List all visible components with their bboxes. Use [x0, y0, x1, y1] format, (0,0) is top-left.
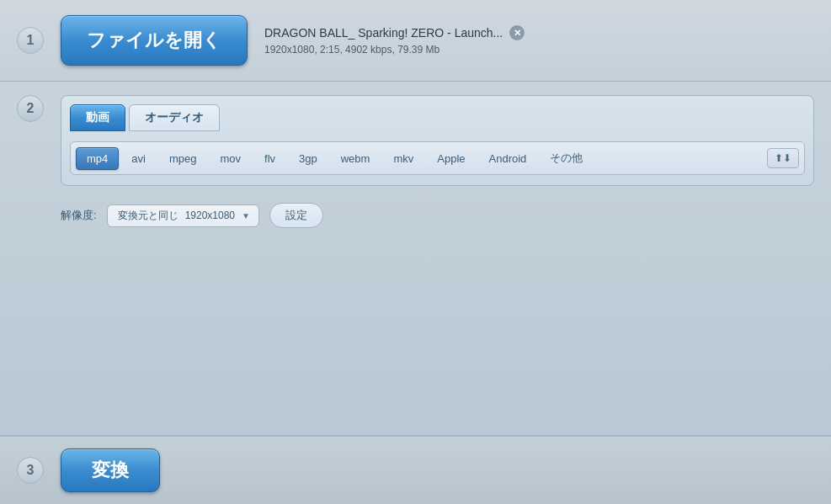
format-tab-other[interactable]: その他: [539, 146, 594, 171]
file-info: DRAGON BALL_ Sparking! ZERO - Launch... …: [264, 25, 525, 56]
format-tab-webm[interactable]: webm: [330, 147, 381, 170]
file-name: DRAGON BALL_ Sparking! ZERO - Launch...: [264, 26, 503, 40]
settings-button[interactable]: 設定: [269, 203, 323, 228]
format-tabs: mp4 avi mpeg mov flv 3gp webm mkv Apple …: [70, 141, 805, 175]
section-3: 3 変換: [0, 436, 831, 504]
tab-audio[interactable]: オーディオ: [129, 104, 220, 131]
chevron-down-icon: ▼: [242, 211, 250, 220]
file-meta: 1920x1080, 2:15, 4902 kbps, 79.39 Mb: [264, 44, 525, 56]
main-tabs: 動画 オーディオ: [70, 104, 805, 131]
section-3-number: 3: [17, 457, 44, 484]
section-1: 1 ファイルを開く DRAGON BALL_ Sparking! ZERO - …: [0, 0, 831, 82]
tab-video[interactable]: 動画: [70, 104, 125, 131]
format-tab-3gp[interactable]: 3gp: [288, 147, 328, 170]
resolution-value: 1920x1080: [185, 210, 235, 221]
format-tab-mpeg[interactable]: mpeg: [158, 147, 208, 170]
section-2-number: 2: [17, 95, 44, 122]
app-container: 1 ファイルを開く DRAGON BALL_ Sparking! ZERO - …: [0, 0, 831, 504]
resolution-source: 変換元と同じ: [118, 209, 178, 223]
format-tab-mp4[interactable]: mp4: [76, 147, 119, 170]
format-tab-flv[interactable]: flv: [253, 147, 286, 170]
resolution-select[interactable]: 変換元と同じ 1920x1080 ▼: [107, 204, 259, 227]
close-file-button[interactable]: ✕: [509, 25, 525, 40]
format-tab-apple[interactable]: Apple: [426, 147, 476, 170]
format-tab-more-button[interactable]: ⬆⬇: [767, 148, 799, 168]
convert-button[interactable]: 変換: [61, 448, 160, 492]
file-name-row: DRAGON BALL_ Sparking! ZERO - Launch... …: [264, 25, 525, 40]
section-2-content: 動画 オーディオ mp4 avi mpeg mov flv 3gp webm m…: [61, 95, 814, 231]
section-2: 2 動画 オーディオ mp4 avi mpeg mov flv 3gp webm…: [0, 82, 831, 436]
resolution-row: 解像度: 変換元と同じ 1920x1080 ▼ 設定: [61, 199, 814, 231]
format-tab-avi[interactable]: avi: [120, 147, 157, 170]
format-tab-mov[interactable]: mov: [209, 147, 252, 170]
format-tab-mkv[interactable]: mkv: [382, 147, 424, 170]
tabs-area: 動画 オーディオ mp4 avi mpeg mov flv 3gp webm m…: [61, 95, 814, 186]
format-tab-android[interactable]: Android: [478, 147, 538, 170]
open-file-button[interactable]: ファイルを開く: [61, 15, 248, 66]
section-1-number: 1: [17, 27, 44, 54]
resolution-label: 解像度:: [61, 208, 97, 223]
